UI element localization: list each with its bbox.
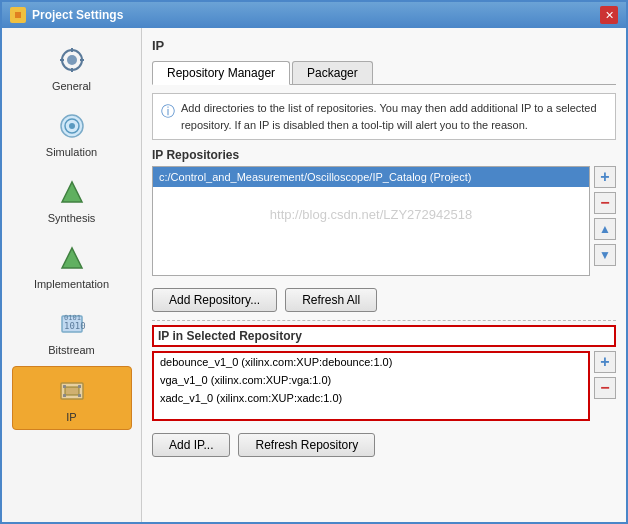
sidebar-item-implementation[interactable]: Implementation [12, 234, 132, 296]
tabs: Repository Manager Packager [152, 61, 616, 85]
refresh-all-button[interactable]: Refresh All [285, 288, 377, 312]
sidebar-general-label: General [52, 80, 91, 92]
window-title: Project Settings [32, 8, 123, 22]
sidebar-simulation-label: Simulation [46, 146, 97, 158]
sidebar-item-general[interactable]: General [12, 36, 132, 98]
svg-marker-7 [62, 182, 82, 202]
selected-repo-container: debounce_v1_0 (xilinx.com:XUP:debounce:1… [152, 351, 616, 421]
bottom-action-buttons: Add IP... Refresh Repository [152, 429, 616, 457]
titlebar: Project Settings ✕ [2, 2, 626, 28]
move-up-icon-button[interactable]: ▲ [594, 218, 616, 240]
general-icon [54, 42, 90, 78]
ip-icon [54, 373, 90, 409]
simulation-icon [54, 108, 90, 144]
close-button[interactable]: ✕ [600, 6, 618, 24]
list-item[interactable]: vga_v1_0 (xilinx.com:XUP:vga:1.0) [154, 371, 588, 389]
ip-repositories-title: IP Repositories [152, 148, 616, 162]
info-text: Add directories to the list of repositor… [181, 100, 607, 133]
selected-repo-list[interactable]: debounce_v1_0 (xilinx.com:XUP:debounce:1… [152, 351, 590, 421]
svg-rect-1 [15, 12, 21, 18]
watermark: http://blog.csdn.net/LZY272942518 [153, 207, 589, 222]
svg-point-6 [69, 123, 75, 129]
sidebar-item-synthesis[interactable]: Synthesis [12, 168, 132, 230]
synthesis-icon [54, 174, 90, 210]
svg-marker-8 [62, 248, 82, 268]
svg-rect-14 [63, 385, 66, 388]
repo-item[interactable]: c:/Control_and_Measurement/Oscilloscope/… [153, 167, 589, 187]
section-title: IP [152, 38, 616, 53]
selected-section-title: IP in Selected Repository [152, 325, 616, 347]
sidebar-item-simulation[interactable]: Simulation [12, 102, 132, 164]
add-ip-button[interactable]: Add IP... [152, 433, 230, 457]
divider [152, 320, 616, 321]
sidebar-synthesis-label: Synthesis [48, 212, 96, 224]
svg-text:0101: 0101 [64, 314, 81, 322]
add-selected-icon-button[interactable]: + [594, 351, 616, 373]
svg-rect-17 [78, 394, 81, 397]
sidebar-bitstream-label: Bitstream [48, 344, 94, 356]
add-repo-icon-button[interactable]: + [594, 166, 616, 188]
list-item[interactable]: xadc_v1_0 (xilinx.com:XUP:xadc:1.0) [154, 389, 588, 407]
repo-list[interactable]: c:/Control_and_Measurement/Oscilloscope/… [152, 166, 590, 276]
svg-rect-16 [63, 394, 66, 397]
remove-repo-icon-button[interactable]: − [594, 192, 616, 214]
titlebar-left: Project Settings [10, 7, 123, 23]
svg-rect-13 [65, 387, 79, 395]
tab-repository-manager[interactable]: Repository Manager [152, 61, 290, 85]
sidebar: General Simulation [2, 28, 142, 522]
svg-text:1010: 1010 [64, 321, 86, 331]
sidebar-ip-label: IP [66, 411, 76, 423]
content-area: General Simulation [2, 28, 626, 522]
window-icon [10, 7, 26, 23]
sidebar-implementation-label: Implementation [34, 278, 109, 290]
info-box: ⓘ Add directories to the list of reposit… [152, 93, 616, 140]
bitstream-icon: 1010 0101 [54, 306, 90, 342]
add-repository-button[interactable]: Add Repository... [152, 288, 277, 312]
info-icon: ⓘ [161, 101, 175, 133]
sidebar-item-ip[interactable]: IP [12, 366, 132, 430]
remove-selected-icon-button[interactable]: − [594, 377, 616, 399]
refresh-repository-button[interactable]: Refresh Repository [238, 433, 375, 457]
sidebar-item-bitstream[interactable]: 1010 0101 Bitstream [12, 300, 132, 362]
repo-container: c:/Control_and_Measurement/Oscilloscope/… [152, 166, 616, 276]
repo-action-buttons: Add Repository... Refresh All [152, 284, 616, 312]
main-panel: IP Repository Manager Packager ⓘ Add dir… [142, 28, 626, 522]
svg-point-3 [67, 55, 77, 65]
tab-packager[interactable]: Packager [292, 61, 373, 84]
project-settings-window: Project Settings ✕ General [0, 0, 628, 524]
implementation-icon [54, 240, 90, 276]
list-item[interactable]: debounce_v1_0 (xilinx.com:XUP:debounce:1… [154, 353, 588, 371]
svg-rect-15 [78, 385, 81, 388]
repo-side-buttons: + − ▲ ▼ [594, 166, 616, 276]
selected-repo-side-buttons: + − [594, 351, 616, 421]
move-down-icon-button[interactable]: ▼ [594, 244, 616, 266]
